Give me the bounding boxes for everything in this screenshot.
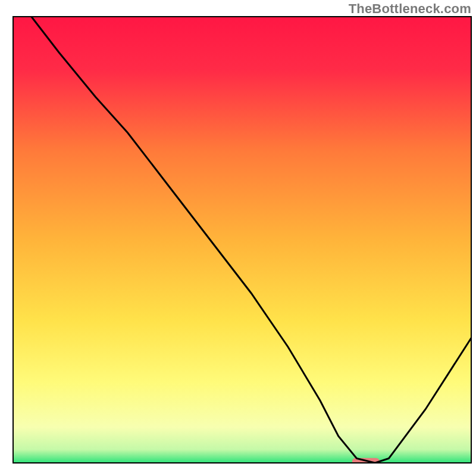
watermark-text: TheBottleneck.com	[349, 1, 471, 17]
chart-svg	[0, 0, 476, 476]
gradient-background	[13, 17, 471, 463]
bottleneck-chart: TheBottleneck.com	[0, 0, 476, 476]
